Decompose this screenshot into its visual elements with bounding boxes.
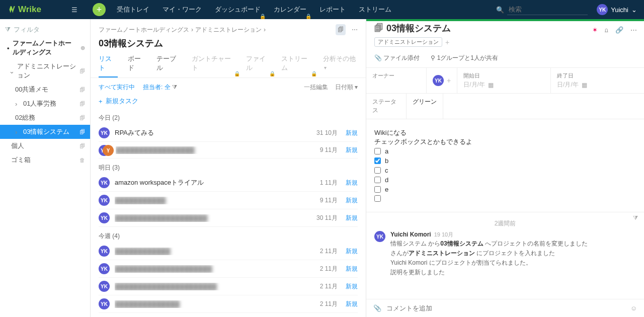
add-button[interactable]: + xyxy=(93,3,106,16)
checklist-item[interactable]: d xyxy=(374,175,636,185)
user-menu[interactable]: YK Yuichi ⌄ xyxy=(597,4,637,15)
sidebar-item-02[interactable]: 02総務🗐 xyxy=(0,111,90,125)
activity-author[interactable]: Yuichi Komori xyxy=(390,231,431,238)
sidebar-item-00[interactable]: 00共通メモ🗐 xyxy=(0,83,90,97)
task-row[interactable]: YKamazon workspaceトライアル1 11月新規 xyxy=(99,174,358,192)
meta-row: オーナー YK + 開始日 日/月/年 ▦ 終了日 日/月/年 ▦ xyxy=(366,68,644,94)
task-row[interactable]: YK██████████████2 11月新規 xyxy=(99,295,358,313)
avatar-pair: YKY xyxy=(99,145,111,155)
sidebar-item-01[interactable]: ›01人事労務🗐 xyxy=(0,97,90,111)
sidebar-trash[interactable]: ゴミ箱🗑 xyxy=(0,153,90,167)
parent-chip[interactable]: アドミニストレーション xyxy=(374,37,442,47)
sidebar-personal[interactable]: 個人🗐 xyxy=(0,139,90,153)
clip-icon[interactable]: 📎 xyxy=(373,304,381,312)
emoji-icon[interactable]: ☺ xyxy=(630,304,637,312)
nav-stream[interactable]: ストリーム xyxy=(359,5,391,14)
more-icon[interactable]: ⋯ xyxy=(352,26,358,33)
task-status: 新規 xyxy=(343,247,358,256)
task-row[interactable]: YK██████████████████████2 11月新規 xyxy=(99,278,358,295)
chevron-down-icon[interactable]: ⌄ xyxy=(9,67,14,75)
task-row[interactable]: YK████████████████████30 11月新規 xyxy=(99,209,358,227)
topbar: Wrike ☰ + 受信トレイ マイ・ワーク ダッシュボード🔒 カレンダー🔒 レ… xyxy=(0,0,644,19)
filter-assignee[interactable]: 担当者: 全 ⧩ xyxy=(143,83,177,92)
end-date[interactable]: 日/月/年 xyxy=(557,81,579,89)
checkbox[interactable] xyxy=(374,148,381,154)
rss-icon[interactable]: ⩍ xyxy=(605,26,608,34)
comment-input[interactable] xyxy=(386,304,625,312)
status-value[interactable]: グリーン xyxy=(407,94,443,119)
tab-gantt[interactable]: ガントチャート🔒 xyxy=(192,54,236,77)
checklist-item[interactable]: a xyxy=(374,146,636,156)
checklist-item[interactable]: c xyxy=(374,166,636,175)
app-icon[interactable]: ✶ xyxy=(592,26,598,34)
chevron-right-icon[interactable]: › xyxy=(15,128,20,136)
add-owner[interactable]: + xyxy=(447,76,451,85)
activity: ⧩ 2週間前 YK Yuichi Komori19 10月 情報システム から0… xyxy=(366,212,644,299)
bulk-edit[interactable]: 一括編集 xyxy=(304,83,328,92)
tab-list[interactable]: リスト xyxy=(99,54,118,77)
share-icon: ⚲ xyxy=(431,54,435,61)
info-toggle-icon[interactable]: 🗐 xyxy=(336,24,346,35)
task-row[interactable]: YK███████████9 11月新規 xyxy=(99,192,358,209)
task-row[interactable]: YKRPAみてみる31 10月新規 xyxy=(99,124,358,142)
checkbox[interactable] xyxy=(374,177,381,183)
comment-box: 📎 ☺ xyxy=(366,299,644,317)
tab-table[interactable]: テーブル xyxy=(156,54,182,77)
attach-file[interactable]: 📎 ファイル添付 xyxy=(374,54,420,62)
user-name: Yuichi xyxy=(611,6,628,14)
filter-status[interactable]: すべて実行中 xyxy=(99,83,135,92)
checklist-item[interactable]: b xyxy=(374,156,636,166)
filter-icon[interactable]: ⧩ xyxy=(172,84,177,91)
tab-board[interactable]: ボード xyxy=(128,54,147,77)
nav-calendar[interactable]: カレンダー🔒 xyxy=(274,5,306,14)
logo[interactable]: Wrike xyxy=(7,5,41,15)
task-row[interactable]: YKY█████████████████9 11月新規 xyxy=(99,142,358,158)
crumb[interactable]: アドミニストレーション xyxy=(195,26,262,34)
checklist-item[interactable]: e xyxy=(374,185,636,194)
tab-stream[interactable]: ストリーム🔒 xyxy=(281,54,313,77)
new-task[interactable]: +新規タスク xyxy=(91,97,366,109)
link-icon[interactable]: 🔗 xyxy=(615,26,623,34)
folder-icon: 🗐 xyxy=(79,129,85,135)
checkbox[interactable] xyxy=(374,195,381,202)
task-row[interactable]: YK████████████2 11月新規 xyxy=(99,243,358,260)
start-date[interactable]: 日/月/年 xyxy=(463,81,485,89)
chevron-right-icon[interactable]: › xyxy=(15,100,20,108)
search-input[interactable] xyxy=(507,4,588,15)
more-icon[interactable]: ⋯ xyxy=(630,26,637,34)
owner-avatar[interactable]: YK xyxy=(433,75,444,86)
calendar-icon[interactable]: ▦ xyxy=(488,82,494,89)
checkbox[interactable] xyxy=(374,167,381,174)
nav-inbox[interactable]: 受信トレイ xyxy=(117,5,149,14)
sidebar-folder-admin[interactable]: ⌄アドミニストレーション🗐 xyxy=(0,59,90,83)
filter-icon[interactable]: ⧩ xyxy=(633,214,638,221)
task-row[interactable]: YK█████████████████████2 11月新規 xyxy=(99,260,358,278)
nav-dashboards[interactable]: ダッシュボード🔒 xyxy=(215,5,261,14)
add-parent[interactable]: + xyxy=(445,38,449,46)
menu-toggle-icon[interactable]: ☰ xyxy=(71,6,77,14)
description[interactable]: Wikiになる チェックボックスとかもできるよ abcde xyxy=(366,119,644,212)
crumb[interactable]: ファームノートホールディングス xyxy=(99,26,189,34)
lock-icon: 🔒 xyxy=(311,71,317,76)
checkbox[interactable] xyxy=(374,157,381,164)
share-info[interactable]: ⚲ 1グループと1人が共有 xyxy=(431,54,498,62)
nav-reports[interactable]: レポート xyxy=(319,5,346,14)
sort[interactable]: 日付順 ▾ xyxy=(335,83,358,92)
add-icon[interactable]: ⊕ xyxy=(80,45,85,51)
tab-more[interactable]: 分析その他▾ xyxy=(323,54,358,77)
checkbox[interactable] xyxy=(374,186,381,193)
task-title: RPAみてみる xyxy=(115,128,305,137)
checklist-item[interactable] xyxy=(374,194,636,203)
nav-mywork[interactable]: マイ・ワーク xyxy=(163,5,202,14)
sidebar-space[interactable]: • ファームノートホールディングス⊕ xyxy=(0,36,90,59)
calendar-icon[interactable]: ▦ xyxy=(582,82,587,89)
desc-line: Wikiになる xyxy=(374,128,636,137)
sidebar-item-03[interactable]: ›03情報システム🗐 xyxy=(0,125,90,139)
avatar: YK xyxy=(99,281,110,292)
folder-icon: 🗐 xyxy=(79,143,85,149)
sidebar-filter[interactable]: ⧩フィルタ xyxy=(0,23,90,36)
avatar: YK xyxy=(99,212,110,223)
tab-files[interactable]: ファイル🔒 xyxy=(246,54,271,77)
detail-title[interactable]: 03情報システム xyxy=(386,22,451,34)
search[interactable]: 🔍 xyxy=(496,4,588,15)
